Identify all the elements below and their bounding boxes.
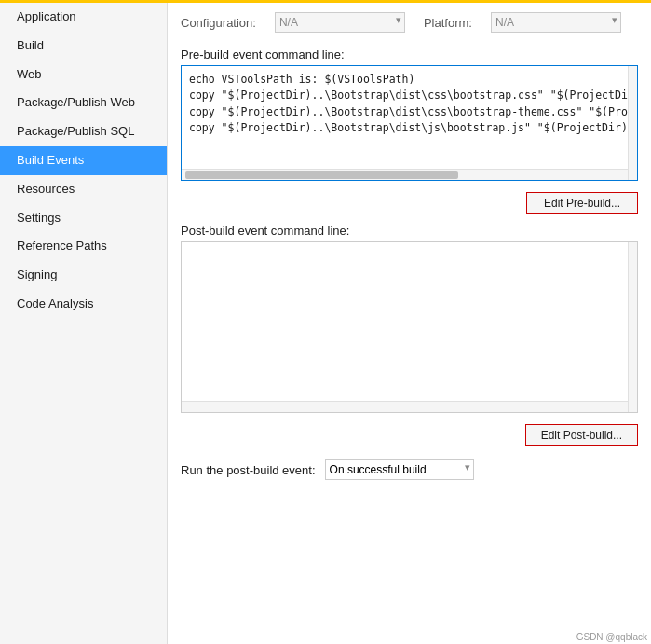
sidebar-item-package-publish-web[interactable]: Package/Publish Web: [0, 89, 167, 117]
sidebar-item-package-publish-sql[interactable]: Package/Publish SQL: [0, 117, 167, 146]
postbuild-scrollbar-v[interactable]: [628, 242, 637, 412]
sidebar-item-reference-paths[interactable]: Reference Paths: [0, 232, 167, 261]
postbuild-textbox[interactable]: [182, 242, 637, 401]
run-postbuild-select[interactable]: On successful build: [325, 459, 474, 480]
run-postbuild-row: Run the post-build event: On successful …: [181, 459, 638, 480]
prebuild-section: Pre-build event command line: echo VSToo…: [181, 48, 638, 181]
postbuild-scrollbar-h[interactable]: [182, 401, 637, 412]
sidebar-item-settings[interactable]: Settings: [0, 204, 167, 233]
postbuild-textbox-container: [181, 241, 638, 413]
sidebar-item-code-analysis[interactable]: Code Analysis: [0, 290, 167, 319]
watermark: GSDN @qqblack: [576, 632, 647, 642]
configuration-label: Configuration:: [181, 16, 256, 30]
prebuild-textbox[interactable]: echo VSToolsPath is: $(VSToolsPath)copy …: [182, 66, 637, 169]
prebuild-line: copy "$(ProjectDir)..\Bootstrap\dist\css…: [189, 88, 630, 103]
config-row: Configuration: N/A Platform: N/A: [181, 12, 638, 33]
prebuild-scrollbar-h[interactable]: [182, 169, 637, 180]
prebuild-scrollbar-v[interactable]: [628, 66, 637, 180]
prebuild-scrollbar-h-thumb: [185, 171, 458, 179]
edit-prebuild-button[interactable]: Edit Pre-build...: [526, 192, 638, 214]
platform-label: Platform:: [424, 16, 472, 30]
run-postbuild-label: Run the post-build event:: [181, 463, 316, 477]
platform-select[interactable]: N/A: [491, 12, 621, 33]
postbuild-section: Post-build event command line:: [181, 224, 638, 413]
sidebar-item-application[interactable]: Application: [0, 3, 167, 32]
postbuild-label: Post-build event command line:: [181, 224, 638, 238]
prebuild-line: copy "$(ProjectDir)..\Bootstrap\dist\css…: [189, 104, 630, 120]
configuration-select-wrapper[interactable]: N/A: [275, 12, 405, 33]
prebuild-label: Pre-build event command line:: [181, 48, 638, 62]
sidebar-item-build-events[interactable]: Build Events: [0, 146, 167, 175]
configuration-select[interactable]: N/A: [275, 12, 405, 33]
prebuild-line: copy "$(ProjectDir)..\Bootstrap\dist\js\…: [189, 120, 630, 136]
postbuild-btn-row: Edit Post-build...: [181, 424, 638, 446]
prebuild-line: echo VSToolsPath is: $(VSToolsPath): [189, 72, 630, 88]
content-area: Configuration: N/A Platform: N/A Pre-bui…: [168, 3, 651, 644]
prebuild-textbox-container: echo VSToolsPath is: $(VSToolsPath)copy …: [181, 65, 638, 181]
prebuild-btn-row: Edit Pre-build...: [181, 192, 638, 214]
sidebar-item-web[interactable]: Web: [0, 61, 167, 89]
sidebar-item-signing[interactable]: Signing: [0, 261, 167, 290]
platform-select-wrapper[interactable]: N/A: [491, 12, 621, 33]
sidebar: ApplicationBuildWebPackage/Publish WebPa…: [0, 3, 168, 644]
run-postbuild-select-wrapper[interactable]: On successful build: [325, 459, 474, 480]
sidebar-item-build[interactable]: Build: [0, 32, 167, 61]
sidebar-item-resources[interactable]: Resources: [0, 175, 167, 204]
edit-postbuild-button[interactable]: Edit Post-build...: [525, 424, 638, 446]
